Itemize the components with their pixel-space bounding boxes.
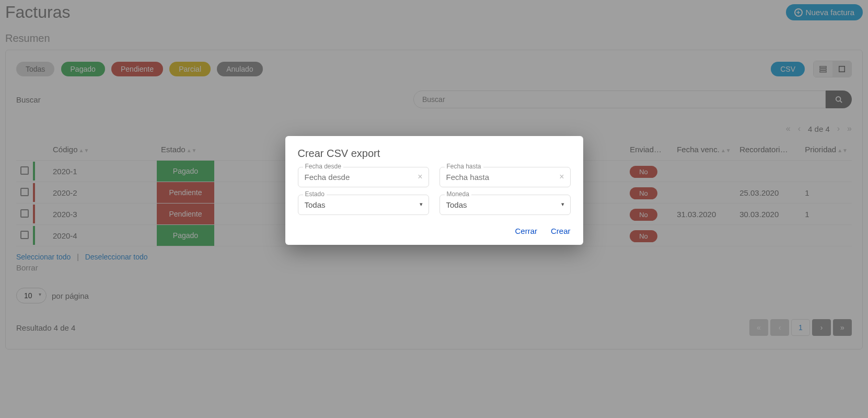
create-button[interactable]: Crear (551, 227, 571, 235)
from-label: Fecha desde (303, 163, 343, 170)
modal-overlay[interactable]: Crear CSV export Fecha desde × Fecha has… (0, 0, 868, 418)
clear-from-icon[interactable]: × (418, 172, 422, 182)
csv-export-modal: Crear CSV export Fecha desde × Fecha has… (285, 136, 583, 245)
status-label: Estado (303, 190, 327, 198)
to-label: Fecha hasta (445, 163, 483, 170)
clear-to-icon[interactable]: × (559, 172, 564, 182)
modal-title: Crear CSV export (298, 148, 571, 160)
close-button[interactable]: Cerrar (515, 227, 537, 235)
currency-label: Moneda (445, 190, 471, 198)
